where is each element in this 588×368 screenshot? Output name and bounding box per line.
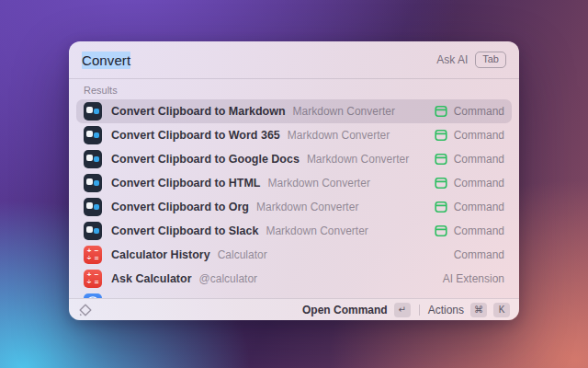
markdown-converter-icon <box>84 198 102 216</box>
tab-key-badge: Tab <box>475 52 506 68</box>
item-accessory: Command <box>454 201 504 213</box>
item-accessory: Command <box>454 129 504 142</box>
item-subtitle: Markdown Converter <box>288 129 390 142</box>
footer-divider <box>419 305 420 316</box>
item-title: Ask Calculator <box>111 272 192 285</box>
item-accessory: Command <box>454 248 504 261</box>
command-window-icon <box>435 201 447 213</box>
cmd-key-badge: ⌘ <box>470 303 487 317</box>
markdown-converter-icon <box>84 126 102 144</box>
list-item[interactable]: +−÷= Ask Calculator @calculator AI Exten… <box>76 267 512 291</box>
command-window-icon <box>435 105 447 118</box>
item-subtitle: Markdown Converter <box>256 201 358 213</box>
markdown-converter-icon <box>84 174 102 192</box>
calculator-icon: +−÷= <box>84 270 102 288</box>
item-accessory: Command <box>454 177 504 190</box>
item-title: Convert Clipboard to Google Docs <box>111 153 300 166</box>
markdown-converter-icon <box>84 222 102 240</box>
list-item[interactable]: +−÷= VoiceOver Accessibility System Sett… <box>76 291 512 298</box>
item-accessory: Command <box>454 224 504 237</box>
item-subtitle: Markdown Converter <box>307 153 409 166</box>
item-title: Convert Clipboard to HTML <box>111 177 261 190</box>
results-section-header: Results <box>69 79 519 98</box>
results-list: +−÷= Convert Clipboard to Markdown Markd… <box>69 98 519 298</box>
desktop: { "window_name": "Raycast command palett… <box>0 0 588 368</box>
command-palette-window: Convert Ask AI Tab Results +−÷= <box>69 41 519 320</box>
return-key-icon: ↵ <box>394 303 411 317</box>
item-title: Convert Clipboard to Org <box>111 201 249 213</box>
list-item[interactable]: +−÷= Convert Clipboard to Slack Markdown… <box>76 219 512 243</box>
item-accessory: Command <box>454 153 504 166</box>
item-subtitle: Markdown Converter <box>293 105 395 118</box>
item-title: Calculator History <box>111 248 210 261</box>
markdown-converter-icon <box>84 102 102 121</box>
raycast-logo-icon <box>78 303 93 317</box>
item-accessory: Command <box>454 105 504 118</box>
search-input[interactable]: Convert <box>82 52 130 68</box>
k-key-badge: K <box>493 303 510 317</box>
command-window-icon <box>435 177 447 190</box>
search-bar: Convert Ask AI Tab <box>69 41 519 78</box>
item-title: Convert Clipboard to Word 365 <box>111 129 280 142</box>
item-title: Convert Clipboard to Slack <box>111 224 258 237</box>
list-item[interactable]: +−÷= Convert Clipboard to HTML Markdown … <box>76 171 512 195</box>
markdown-converter-icon <box>84 150 102 168</box>
item-subtitle: Markdown Converter <box>266 224 368 237</box>
actions-button[interactable]: Actions <box>428 304 464 316</box>
list-item[interactable]: +−÷= Convert Clipboard to Word 365 Markd… <box>76 123 512 147</box>
item-subtitle: Markdown Converter <box>268 177 370 190</box>
item-subtitle: Calculator <box>218 248 267 261</box>
command-window-icon <box>435 129 447 142</box>
list-item[interactable]: +−÷= Convert Clipboard to Google Docs Ma… <box>76 147 512 171</box>
item-accessory: AI Extension <box>443 272 504 285</box>
ask-ai-button[interactable]: Ask AI <box>436 53 468 66</box>
list-item[interactable]: +−÷= Convert Clipboard to Org Markdown C… <box>76 195 512 219</box>
command-window-icon <box>435 224 447 237</box>
calculator-icon: +−÷= <box>84 246 102 264</box>
footer-bar: Open Command ↵ Actions ⌘ K <box>69 298 519 320</box>
search-input-selected-text: Convert <box>82 52 130 69</box>
list-item[interactable]: +−÷= Convert Clipboard to Markdown Markd… <box>76 99 512 123</box>
accessibility-icon <box>84 293 102 298</box>
item-title: Convert Clipboard to Markdown <box>111 105 286 118</box>
list-item[interactable]: +−÷= Calculator History Calculator Comma… <box>76 243 512 267</box>
open-command-button[interactable]: Open Command <box>302 304 388 316</box>
item-subtitle: @calculator <box>199 272 258 285</box>
command-window-icon <box>435 153 447 166</box>
